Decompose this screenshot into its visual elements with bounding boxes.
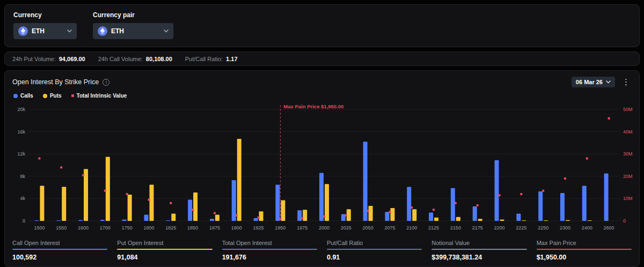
oi-chart[interactable]: 04k8k12k16k20k010M20M30M40M50M1500155016… bbox=[11, 102, 641, 234]
x-axis-tick: 1750 bbox=[122, 225, 133, 231]
call-bar[interactable] bbox=[254, 218, 258, 221]
intrinsic-value-dot[interactable] bbox=[258, 217, 260, 219]
x-axis-tick: 1875 bbox=[209, 225, 220, 231]
put-bar[interactable] bbox=[84, 169, 88, 221]
currency-pair-dropdown[interactable]: ETH bbox=[93, 23, 173, 39]
call-bar[interactable] bbox=[363, 142, 368, 221]
put-bar[interactable] bbox=[566, 220, 570, 221]
intrinsic-value-dot[interactable] bbox=[170, 202, 172, 204]
put-bar[interactable] bbox=[303, 210, 307, 221]
put-bar[interactable] bbox=[193, 192, 197, 221]
put-bar[interactable] bbox=[237, 139, 241, 221]
intrinsic-value-dot[interactable] bbox=[60, 166, 62, 168]
chevron-down-icon bbox=[67, 29, 72, 33]
legend-item-calls[interactable]: Calls bbox=[13, 93, 33, 99]
stat-max-pain-price: Max Pain Price $1,950.00 bbox=[537, 240, 632, 261]
put-bar[interactable] bbox=[412, 209, 416, 221]
put-bar[interactable] bbox=[522, 220, 526, 221]
put-bar[interactable] bbox=[215, 215, 219, 221]
call-bar[interactable] bbox=[538, 191, 543, 221]
intrinsic-value-dot[interactable] bbox=[367, 210, 369, 212]
kebab-menu-icon[interactable] bbox=[620, 77, 632, 87]
put-bar[interactable] bbox=[128, 195, 132, 221]
put-bar[interactable] bbox=[544, 220, 548, 221]
intrinsic-value-dot[interactable] bbox=[38, 158, 40, 160]
put-bar[interactable] bbox=[171, 213, 175, 221]
call-bar[interactable] bbox=[100, 220, 105, 221]
intrinsic-value-dot[interactable] bbox=[214, 212, 216, 214]
currency-dropdown[interactable]: ETH bbox=[13, 23, 77, 39]
intrinsic-value-dot[interactable] bbox=[542, 190, 544, 192]
put-bar[interactable] bbox=[588, 220, 592, 221]
call-bar[interactable] bbox=[560, 193, 565, 221]
put-bar[interactable] bbox=[434, 218, 438, 221]
call-bar[interactable] bbox=[319, 173, 324, 221]
intrinsic-value-dot[interactable] bbox=[104, 190, 106, 192]
put-bar[interactable] bbox=[478, 219, 482, 221]
x-axis-tick: 1850 bbox=[187, 225, 198, 231]
intrinsic-value-dot[interactable] bbox=[564, 177, 566, 180]
put-bar[interactable] bbox=[259, 211, 264, 221]
stat-label: Call Open Interest bbox=[12, 240, 107, 246]
legend-item-puts[interactable]: Puts bbox=[43, 93, 62, 99]
expiry-date-dropdown[interactable]: 06 Mar 26 bbox=[572, 77, 615, 87]
x-axis-tick: 1800 bbox=[143, 225, 154, 231]
put-bar[interactable] bbox=[149, 184, 153, 221]
stat-underline bbox=[12, 249, 107, 250]
intrinsic-value-dot[interactable] bbox=[126, 193, 128, 195]
intrinsic-value-dot[interactable] bbox=[148, 198, 150, 201]
intrinsic-value-dot[interactable] bbox=[433, 209, 435, 211]
call-bar[interactable] bbox=[232, 180, 236, 221]
put-bar[interactable] bbox=[347, 209, 351, 221]
call-bar[interactable] bbox=[188, 199, 192, 221]
put-bar[interactable] bbox=[281, 201, 285, 221]
intrinsic-value-dot[interactable] bbox=[301, 217, 303, 219]
put-bar[interactable] bbox=[325, 184, 329, 221]
call-bar[interactable] bbox=[34, 220, 39, 221]
stat-value: 0.91 bbox=[327, 254, 422, 261]
call-bar[interactable] bbox=[210, 219, 214, 221]
intrinsic-value-dot[interactable] bbox=[192, 209, 194, 211]
intrinsic-value-dot[interactable] bbox=[586, 158, 588, 160]
call-bar[interactable] bbox=[407, 187, 411, 221]
put-bar[interactable] bbox=[456, 217, 460, 221]
put-bar[interactable] bbox=[40, 186, 44, 221]
intrinsic-value-dot[interactable] bbox=[236, 214, 238, 217]
call-bar[interactable] bbox=[56, 220, 61, 221]
call-bar[interactable] bbox=[429, 212, 433, 221]
x-axis-tick: 2075 bbox=[384, 225, 395, 231]
info-icon[interactable] bbox=[103, 79, 109, 86]
intrinsic-value-dot[interactable] bbox=[323, 216, 325, 218]
call-bar[interactable] bbox=[78, 220, 83, 221]
put-bar[interactable] bbox=[62, 187, 66, 221]
intrinsic-value-dot[interactable] bbox=[608, 117, 610, 120]
put-bar[interactable] bbox=[369, 206, 373, 221]
legend-item-intrinsic[interactable]: Total Intrinsic Value bbox=[71, 93, 127, 99]
put-bar[interactable] bbox=[106, 157, 110, 221]
call-bar[interactable] bbox=[275, 184, 280, 221]
call-bar[interactable] bbox=[341, 214, 346, 221]
call-bar[interactable] bbox=[604, 174, 609, 221]
intrinsic-value-dot[interactable] bbox=[345, 214, 347, 217]
left-axis-tick: 0 bbox=[23, 218, 25, 224]
call-bar[interactable] bbox=[385, 212, 389, 221]
intrinsic-value-dot[interactable] bbox=[455, 202, 457, 204]
call-bar[interactable] bbox=[297, 210, 302, 221]
call-bar[interactable] bbox=[473, 206, 477, 221]
call-bar[interactable] bbox=[122, 219, 127, 221]
eth-icon bbox=[18, 26, 28, 36]
call-bar[interactable] bbox=[516, 213, 521, 221]
call-bar[interactable] bbox=[144, 215, 148, 221]
intrinsic-value-dot[interactable] bbox=[389, 211, 391, 213]
call-bar[interactable] bbox=[166, 220, 170, 221]
call-bar[interactable] bbox=[582, 186, 587, 221]
call-bar[interactable] bbox=[451, 188, 455, 221]
intrinsic-value-dot[interactable] bbox=[499, 194, 501, 196]
intrinsic-value-dot[interactable] bbox=[477, 204, 479, 206]
put-bar[interactable] bbox=[500, 219, 504, 221]
intrinsic-value-dot[interactable] bbox=[82, 174, 84, 176]
call-bar[interactable] bbox=[495, 160, 499, 221]
intrinsic-value-dot[interactable] bbox=[411, 206, 413, 209]
intrinsic-value-dot[interactable] bbox=[520, 193, 522, 195]
put-bar[interactable] bbox=[390, 208, 394, 221]
